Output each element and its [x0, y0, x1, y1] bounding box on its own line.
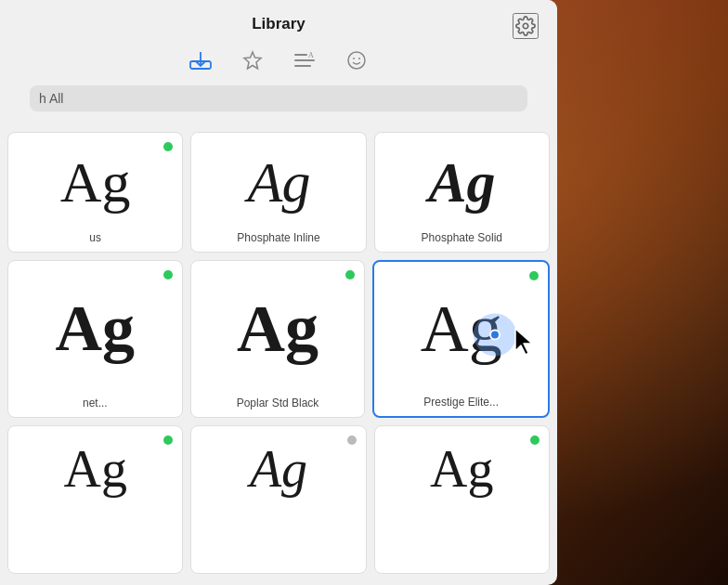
font-label: us [89, 231, 101, 244]
font-preview: Ag [56, 268, 136, 389]
font-preview: Ag [248, 140, 310, 224]
font-card-bottom-3[interactable]: Ag [374, 425, 550, 574]
installed-dot [347, 436, 357, 445]
inbox-icon [188, 50, 213, 71]
font-card-net[interactable]: Ag net... [7, 260, 183, 418]
font-preview: Ag [237, 268, 318, 389]
ripple-center [489, 329, 500, 340]
svg-text:A: A [308, 51, 314, 59]
font-label: Poplar Std Black [237, 396, 319, 410]
emoji-icon [346, 50, 367, 71]
svg-point-0 [523, 23, 528, 29]
tab-bar: A [168, 46, 389, 74]
font-label: Phosphate Inline [237, 231, 319, 244]
svg-marker-3 [244, 52, 261, 69]
tab-emoji[interactable] [343, 46, 370, 74]
installed-dot [529, 271, 539, 280]
font-preview: Ag [250, 439, 307, 499]
panel-header: Library [0, 0, 557, 85]
font-card-poplar[interactable]: Ag Poplar Std Black [190, 260, 366, 418]
font-preview: Ag [63, 439, 126, 499]
font-label: net... [83, 396, 108, 410]
search-bar[interactable]: h All [30, 85, 527, 111]
tab-downloads[interactable] [187, 46, 214, 74]
text-lines-icon: A [292, 50, 317, 71]
ripple-ring [474, 313, 516, 356]
click-ripple [474, 313, 516, 356]
installed-dot [163, 270, 173, 280]
panel-title: Library [252, 15, 306, 33]
svg-marker-11 [515, 329, 532, 355]
settings-button[interactable] [513, 13, 539, 39]
svg-point-10 [358, 58, 360, 59]
tab-favorites[interactable] [239, 46, 266, 74]
font-card-phosphate-solid[interactable]: Ag Phosphate Solid [374, 132, 550, 253]
installed-dot [163, 142, 173, 151]
font-card-us[interactable]: Ag us [7, 132, 183, 253]
installed-dot [345, 270, 355, 280]
search-input[interactable]: h All [39, 91, 63, 106]
font-card-prestige[interactable]: Ag Prestige Elite... [372, 260, 550, 418]
font-preview: Ag [430, 439, 493, 499]
library-panel: Library [0, 0, 557, 585]
installed-dot [163, 436, 173, 445]
svg-point-9 [353, 58, 355, 59]
font-label: Phosphate Solid [422, 231, 502, 244]
svg-point-8 [348, 52, 365, 69]
installed-dot [530, 436, 540, 445]
font-card-bottom-1[interactable]: Ag [7, 425, 183, 574]
gear-icon [515, 16, 536, 36]
font-card-phosphate-inline[interactable]: Ag Phosphate Inline [190, 132, 366, 253]
star-icon [242, 50, 263, 71]
tab-all-fonts[interactable]: A [291, 46, 318, 74]
font-card-bottom-2[interactable]: Ag [190, 425, 366, 574]
font-preview: Ag [428, 140, 495, 224]
font-preview: Ag [60, 140, 131, 224]
font-label: Prestige Elite... [423, 396, 499, 409]
